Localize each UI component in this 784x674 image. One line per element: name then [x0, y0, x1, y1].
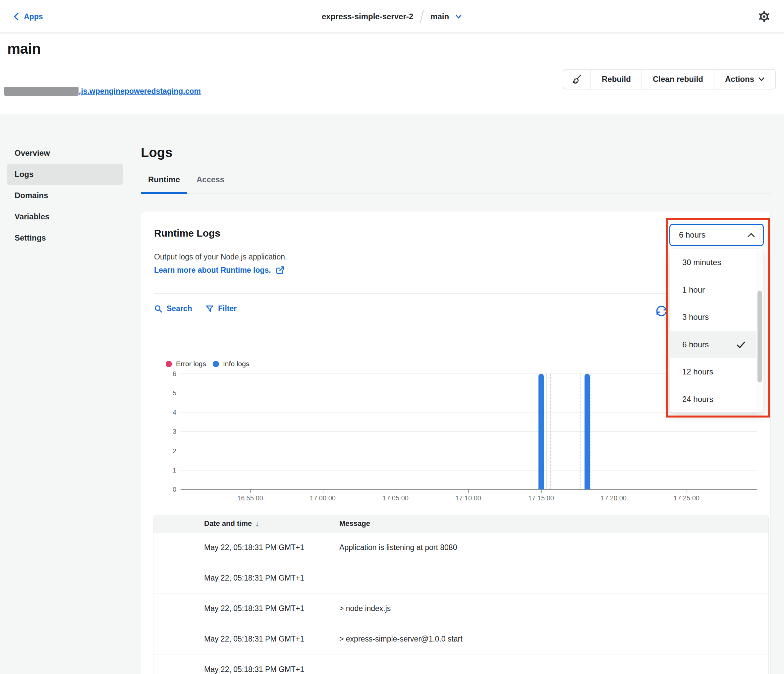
active-tab-underline	[141, 192, 187, 194]
x-axis-tick-label: 17:00:00	[310, 494, 336, 502]
x-axis-tick	[250, 490, 251, 493]
back-to-apps-link[interactable]: Apps	[13, 0, 43, 33]
x-axis-tick	[323, 490, 324, 493]
chart-legend: Error logs Info logs	[166, 360, 249, 368]
legend-label: Error logs	[176, 360, 206, 368]
breadcrumb-separator	[419, 9, 425, 24]
menu-scrollbar-thumb[interactable]	[758, 291, 762, 382]
settings-gear-button[interactable]	[758, 10, 771, 23]
log-time: May 22, 05:18:31 PM GMT+1	[204, 543, 339, 552]
legend-error-logs: Error logs	[166, 360, 206, 368]
gridline	[180, 431, 757, 432]
y-axis-tick-label: 5	[146, 389, 176, 397]
tab-access[interactable]: Access	[196, 175, 226, 184]
sidebar-item-logs[interactable]: Logs	[7, 164, 123, 185]
sidebar-item-overview[interactable]: Overview	[7, 143, 123, 164]
y-axis-tick-label: 2	[146, 447, 176, 455]
menu-item-6-hours[interactable]: 6 hours	[670, 331, 756, 358]
search-label: Search	[166, 304, 192, 313]
gridline	[180, 470, 757, 470]
x-axis-tick	[687, 490, 687, 493]
environment-header: main .js.wpenginepoweredstaging.com Rebu…	[0, 34, 784, 114]
refresh-button[interactable]	[654, 303, 666, 318]
y-axis-tick-label: 6	[146, 370, 176, 378]
y-axis-tick-label: 3	[146, 428, 176, 436]
menu-scrollbar[interactable]	[756, 249, 764, 412]
table-header-row: Date and time ↓ Message	[153, 515, 768, 532]
sort-descending-icon: ↓	[255, 519, 259, 528]
log-time: May 22, 05:18:31 PM GMT+1	[204, 665, 339, 674]
search-logs-button[interactable]: Search	[154, 304, 192, 313]
broom-icon	[571, 73, 583, 85]
toolbar-top-divider	[154, 293, 758, 294]
log-message: > node index.js	[339, 604, 768, 613]
log-time: May 22, 05:18:31 PM GMT+1	[204, 574, 339, 582]
chevron-down-icon	[758, 77, 765, 81]
page-title: Logs	[141, 145, 173, 160]
time-range-menu: 30 minutes 1 hour 3 hours 6 hours 12 hou…	[669, 249, 764, 412]
learn-more-link[interactable]: Learn more about Runtime logs.	[154, 266, 285, 275]
sidebar-item-label: Variables	[15, 212, 49, 221]
environment-url-text: .js.wpenginepoweredstaging.com	[79, 87, 201, 96]
column-header-date-time[interactable]: Date and time ↓	[204, 519, 339, 528]
x-axis-baseline	[180, 489, 757, 490]
legend-label: Info logs	[223, 360, 249, 368]
chart-guide-line-dashed	[550, 374, 551, 489]
sidebar-item-settings[interactable]: Settings	[7, 227, 123, 249]
clean-rebuild-button[interactable]: Clean rebuild	[642, 70, 714, 89]
clear-cache-button[interactable]	[563, 70, 591, 89]
chart-bar	[538, 374, 544, 489]
table-row[interactable]: May 22, 05:18:31 PM GMT+1 Application is…	[153, 532, 768, 563]
table-row[interactable]: May 22, 05:18:31 PM GMT+1 > node index.j…	[153, 593, 768, 624]
column-header-message: Message	[339, 519, 768, 528]
y-axis-tick-label: 4	[146, 408, 176, 416]
breadcrumb-app-name[interactable]: express-simple-server-2	[322, 12, 413, 21]
x-axis-tick-label: 17:05:00	[383, 494, 409, 502]
menu-item-30-minutes[interactable]: 30 minutes	[670, 249, 756, 276]
environment-actions-group: Rebuild Clean rebuild Actions	[563, 69, 776, 89]
y-axis-tick-label: 0	[146, 486, 176, 493]
page: Apps express-simple-server-2 main main	[0, 0, 784, 674]
gridline	[180, 451, 757, 451]
x-axis-tick-label: 17:25:00	[674, 494, 700, 502]
menu-item-12-hours[interactable]: 12 hours	[670, 358, 756, 386]
chevron-down-icon[interactable]	[455, 14, 462, 19]
error-logs-dot	[166, 361, 172, 367]
table-row[interactable]: May 22, 05:18:31 PM GMT+1 > express-simp…	[153, 624, 768, 654]
filter-logs-button[interactable]: Filter	[205, 304, 236, 313]
chart-guide-line-dashed	[580, 374, 580, 489]
menu-item-1-hour[interactable]: 1 hour	[670, 276, 756, 304]
chart-bar	[585, 374, 590, 489]
table-row[interactable]: May 22, 05:18:31 PM GMT+1	[153, 563, 768, 593]
sidebar-item-domains[interactable]: Domains	[7, 185, 123, 206]
sidebar-item-label: Settings	[15, 233, 46, 243]
log-message: Application is listening at port 8080	[339, 543, 768, 552]
breadcrumb-environment[interactable]: main	[431, 12, 449, 21]
rebuild-button[interactable]: Rebuild	[591, 70, 642, 89]
legend-info-logs: Info logs	[213, 360, 249, 368]
runtime-logs-title: Runtime Logs	[154, 228, 220, 239]
actions-dropdown-button[interactable]: Actions	[714, 70, 775, 89]
environment-title: main	[7, 40, 41, 57]
table-row[interactable]: May 22, 05:18:31 PM GMT+1	[153, 654, 768, 674]
time-range-selected-value: 6 hours	[679, 230, 705, 240]
tab-runtime[interactable]: Runtime	[141, 175, 187, 184]
external-link-icon	[276, 266, 285, 275]
clean-rebuild-label: Clean rebuild	[653, 75, 703, 84]
sidebar-item-label: Overview	[15, 148, 50, 158]
time-range-select[interactable]: 6 hours	[669, 224, 764, 246]
x-axis-tick-label: 17:15:00	[528, 494, 554, 502]
actions-label: Actions	[725, 75, 754, 84]
environment-url-link[interactable]: .js.wpenginepoweredstaging.com	[4, 87, 201, 96]
gridline	[180, 412, 757, 412]
filter-label: Filter	[218, 304, 236, 313]
tab-bottom-border	[141, 193, 771, 194]
sidebar-item-variables[interactable]: Variables	[7, 206, 123, 227]
x-axis-tick	[396, 490, 396, 493]
runtime-logs-table: Date and time ↓ Message May 22, 05:18:31…	[153, 515, 769, 674]
back-to-apps-label: Apps	[24, 12, 43, 21]
toolbar-bottom-divider	[154, 327, 758, 327]
menu-item-24-hours[interactable]: 24 hours	[670, 386, 756, 413]
sidebar-item-label: Domains	[15, 191, 48, 200]
menu-item-3-hours[interactable]: 3 hours	[670, 304, 756, 331]
